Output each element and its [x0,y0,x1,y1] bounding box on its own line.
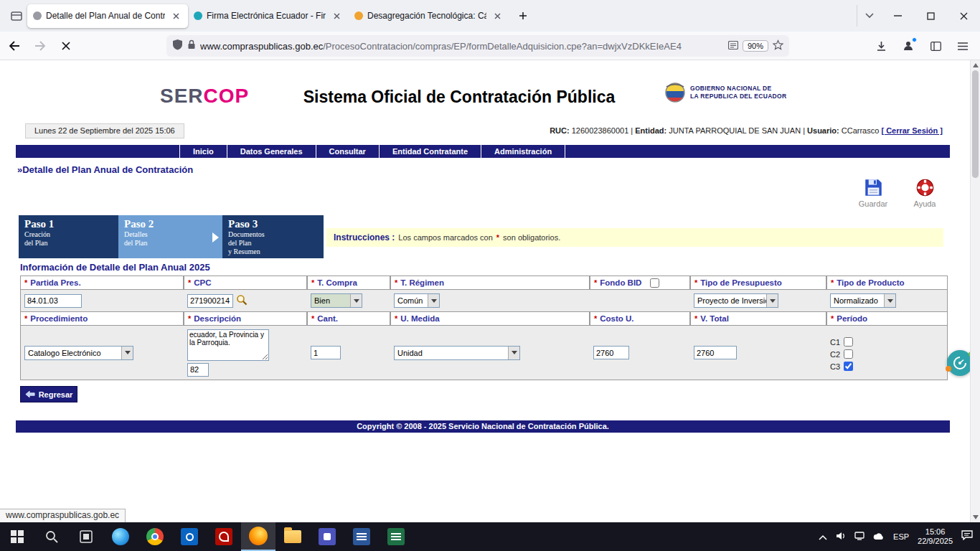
partida-input[interactable] [24,294,82,308]
tab-close-icon[interactable] [330,9,343,22]
windows-taskbar: ESP 15:06 22/9/2025 [0,522,980,551]
required-asterisk: * [496,233,499,242]
separator: | [631,126,633,135]
step-3[interactable]: Paso 3 Documentos del Plan y Resumen [222,215,324,258]
tray-volume-icon[interactable] [836,530,846,543]
step-1[interactable]: Paso 1 Creación del Plan [19,215,118,258]
tab-close-icon[interactable] [169,9,182,22]
tipo-presupuesto-select[interactable]: Proyecto de Inversión [694,293,778,308]
downloads-icon[interactable] [870,34,892,57]
t-regimen-select[interactable]: Común [394,293,440,308]
entidad-value: JUNTA PARROQUIAL DE SAN JUAN [669,126,801,135]
tab-desagregacion[interactable]: Desagregación Tecnológica: Cál [349,4,509,28]
datetime-display: Lunes 22 de Septiembre del 2025 15:06 [25,123,184,138]
taskbar-acrobat-icon[interactable] [207,522,241,551]
firefox-view-icon[interactable] [6,5,27,27]
list-all-tabs-icon[interactable] [857,5,881,27]
tipo-producto-select[interactable]: Normalizado [830,293,896,308]
taskbar-explorer-icon[interactable] [275,522,310,551]
account-icon[interactable] [897,34,920,57]
taskbar-chrome-icon[interactable] [138,522,172,551]
costo-u-input[interactable] [593,346,629,359]
scroll-down-icon[interactable] [973,515,979,519]
nav-inicio[interactable]: Inicio [179,145,227,158]
header-tipo-presupuesto: *Tipo de Presupuesto [690,276,826,290]
separator: | [803,126,805,135]
window-close-button[interactable] [947,0,980,32]
nav-entidad-contratante[interactable]: Entidad Contratante [379,145,481,158]
tab-firma-electronica[interactable]: Firma Electrónica Ecuador - Firn [188,4,349,28]
taskbar-word-icon[interactable] [344,522,379,551]
zoom-level[interactable]: 90% [743,40,768,52]
periodo-c1-checkbox[interactable] [844,337,853,347]
taskbar-outlook-icon[interactable] [172,522,207,551]
shield-icon[interactable] [172,39,183,53]
periodo-c3: C3 [830,362,853,371]
periodo-c2-checkbox[interactable] [844,349,853,359]
chevron-down-icon [121,347,133,359]
browser-toolbar: www.compraspublicas.gob.ec/ProcesoContra… [0,32,980,60]
nav-datos-generales[interactable]: Datos Generales [227,145,316,158]
url-bar[interactable]: www.compraspublicas.gob.ec/ProcesoContra… [166,35,789,57]
periodo-c3-checkbox[interactable] [844,362,853,371]
step-2-current[interactable]: Paso 2 Detalles del Plan [118,215,222,258]
floating-widget-button[interactable] [947,350,973,376]
logout-link[interactable]: [ Cerrar Sesión ] [881,126,943,135]
taskbar-clock[interactable]: 15:06 22/9/2025 [918,527,953,546]
fondo-bid-checkbox[interactable] [650,278,659,288]
taskbar-search-icon[interactable] [34,522,69,551]
u-medida-select[interactable]: Unidad [394,346,520,360]
cpc-input[interactable] [187,294,233,308]
v-total-input[interactable] [694,346,737,359]
t-compra-select[interactable]: Bien [311,293,362,308]
window-maximize-button[interactable] [914,0,947,32]
page-footer: Copyright © 2008 - 2025 Servicio Naciona… [16,420,950,433]
section-title: Información de Detalle del Plan Anual 20… [20,262,210,273]
sidebar-icon[interactable] [924,34,947,57]
new-tab-button[interactable] [512,5,534,27]
tab-close-icon[interactable] [491,9,504,22]
action-center-icon[interactable] [961,530,973,543]
ayuda-button[interactable]: Ayuda [905,178,944,208]
reader-mode-icon[interactable] [728,39,738,52]
form-header-row-2: *Procedimiento *Descripción *Cant. *U. M… [20,311,948,326]
start-button[interactable] [0,522,34,551]
back-icon[interactable] [3,34,26,57]
tray-onedrive-icon[interactable] [873,530,885,543]
cantidad-input[interactable] [311,346,341,359]
tray-chevron-up-icon[interactable] [819,530,827,543]
scroll-up-icon[interactable] [973,63,979,67]
lock-icon[interactable] [187,39,196,52]
forward-icon[interactable] [29,34,52,57]
window-minimize-button[interactable] [881,0,914,32]
scrollbar-thumb[interactable] [972,70,979,178]
tab-detalle-plan[interactable]: Detalle del Plan Anual de Contr [27,4,188,28]
descripcion-textarea[interactable]: ecuador, La Provincia y la Parroquia. [187,329,269,361]
plan-detail-form: *Partida Pres. *CPC *T. Compra *T. Régim… [20,276,948,380]
breadcrumb: »Detalle del Plan Anual de Contratación [17,164,193,175]
taskbar-excel-icon[interactable] [379,522,413,551]
taskbar-edge-icon[interactable] [103,522,138,551]
stop-icon[interactable] [55,34,77,57]
cpc-search-magnifier-icon[interactable] [236,294,248,307]
guardar-button[interactable]: Guardar [854,178,892,208]
tray-network-icon[interactable] [854,530,864,543]
tab-favicon [354,11,363,20]
url-text[interactable]: www.compraspublicas.gob.ec/ProcesoContra… [200,41,724,52]
language-indicator[interactable]: ESP [893,532,909,541]
vertical-scrollbar[interactable] [970,60,980,522]
nav-consultar[interactable]: Consultar [316,145,379,158]
nav-administracion[interactable]: Administración [481,145,565,158]
sercop-logo-part1: SER [160,85,204,107]
taskbar-teams-icon[interactable] [310,522,344,551]
header-fondo-bid: *Fondo BID [590,276,690,290]
task-view-icon[interactable] [69,522,103,551]
taskbar-firefox-icon-active[interactable] [241,522,275,551]
descripcion-counter-input[interactable] [187,363,209,377]
bookmark-star-icon[interactable] [773,39,783,53]
procedimiento-select[interactable]: Catalogo Electrónico [24,346,133,360]
step-arrow-icon [212,232,219,242]
menu-icon[interactable] [951,34,974,57]
regresar-button[interactable]: Regresar [20,386,77,402]
ruc-label: RUC: [550,126,570,135]
